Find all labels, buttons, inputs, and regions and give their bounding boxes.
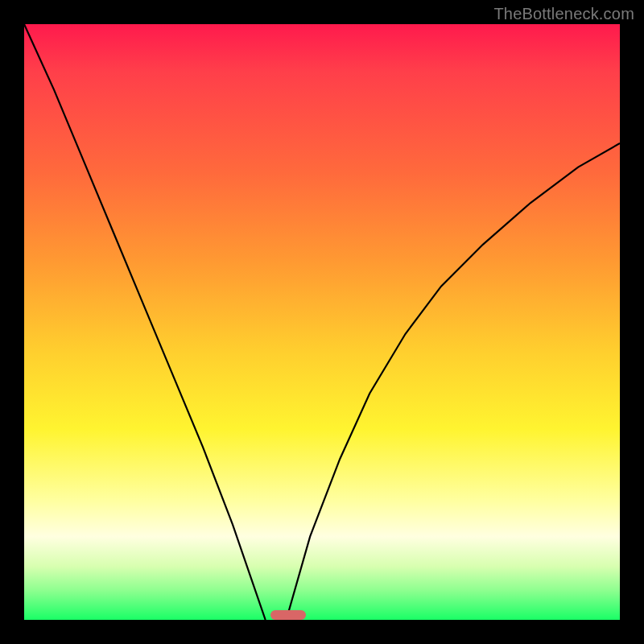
bottleneck-marker <box>270 610 306 620</box>
right-curve <box>287 143 620 620</box>
chart-frame: TheBottleneck.com <box>0 0 644 644</box>
watermark-text: TheBottleneck.com <box>493 5 634 23</box>
left-curve <box>24 24 266 620</box>
plot-area <box>24 24 620 620</box>
curve-layer <box>24 24 620 620</box>
